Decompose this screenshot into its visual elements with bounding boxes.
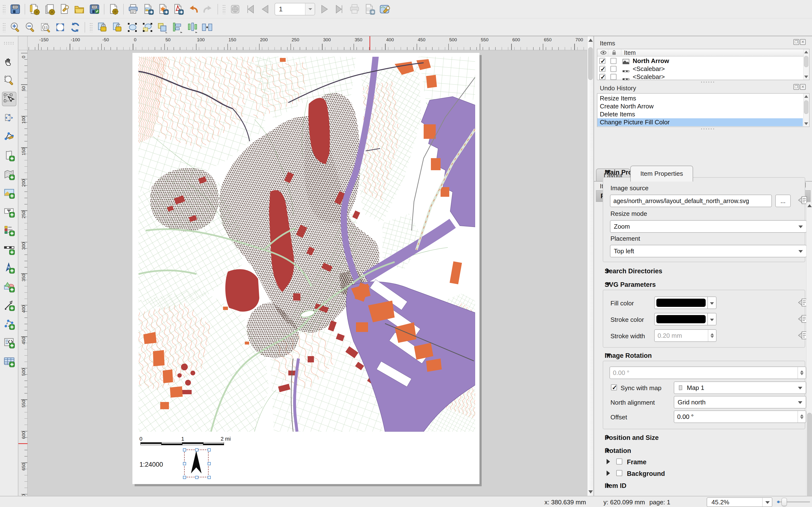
distribute-items-icon[interactable] bbox=[186, 21, 198, 33]
selection-handle[interactable] bbox=[208, 462, 211, 465]
selection-handle[interactable] bbox=[208, 476, 211, 479]
layout-manager-icon[interactable] bbox=[59, 3, 70, 15]
redo-icon[interactable] bbox=[202, 3, 214, 15]
zoom-slider-knob[interactable] bbox=[781, 498, 787, 506]
zoom-combo-arrow[interactable] bbox=[762, 498, 772, 507]
selection-handle[interactable] bbox=[183, 476, 186, 479]
combo-arrow[interactable] bbox=[305, 3, 315, 15]
float-icon[interactable]: ❐ bbox=[794, 39, 799, 45]
items-panel-buttons[interactable]: ❐✕ bbox=[793, 39, 806, 45]
save-as-template-icon[interactable] bbox=[89, 3, 100, 15]
edit-nodes-tool[interactable] bbox=[3, 131, 15, 142]
background-checkbox[interactable] bbox=[616, 470, 622, 476]
rotation-spin[interactable]: 0.00 ° bbox=[609, 367, 806, 379]
add-node-item-tool[interactable] bbox=[3, 319, 15, 330]
atlas-export-icon[interactable] bbox=[364, 3, 375, 15]
section-position-and-size[interactable]: Position and Size bbox=[605, 434, 659, 442]
export-pdf-icon[interactable] bbox=[172, 3, 184, 15]
undo-entry[interactable]: Change Picture Fill Color bbox=[597, 118, 803, 126]
undo-panel-buttons[interactable]: ❐✕ bbox=[793, 84, 806, 90]
add-scalebar-tool[interactable] bbox=[3, 243, 15, 255]
print-layout-icon[interactable] bbox=[128, 3, 139, 15]
lock-checkbox[interactable] bbox=[610, 74, 616, 80]
add-north-arrow-tool[interactable]: N bbox=[3, 262, 15, 274]
undo-entry[interactable]: Create North Arrow bbox=[597, 102, 803, 110]
sync-map-combo[interactable]: Map 1 bbox=[674, 382, 806, 394]
resize-mode-combo[interactable]: Zoom bbox=[610, 220, 807, 233]
unlock-items-icon[interactable] bbox=[111, 21, 123, 33]
float-icon[interactable]: ❐ bbox=[794, 84, 799, 90]
lock-checkbox[interactable] bbox=[610, 58, 616, 64]
visibility-checkbox[interactable] bbox=[599, 58, 605, 64]
frame-checkbox[interactable] bbox=[616, 458, 622, 464]
undo-entry[interactable]: Resize Items bbox=[597, 95, 803, 102]
add-shape-tool[interactable] bbox=[3, 281, 15, 293]
export-svg-icon[interactable] bbox=[157, 3, 169, 15]
section-item-id[interactable]: Item ID bbox=[605, 482, 626, 490]
stroke-width-spin[interactable]: 0.20 mm bbox=[654, 329, 717, 342]
export-image-icon[interactable] bbox=[142, 3, 154, 15]
visibility-checkbox[interactable] bbox=[599, 74, 605, 80]
items-scrollbar[interactable] bbox=[803, 49, 809, 80]
tab-item-properties[interactable]: Item Properties bbox=[630, 166, 693, 181]
browse-button[interactable]: ... bbox=[775, 194, 791, 207]
undo-entry[interactable]: Delete Items bbox=[597, 110, 803, 118]
north-arrow-item[interactable] bbox=[184, 450, 209, 477]
section-rotation[interactable]: Rotation bbox=[605, 447, 631, 455]
zoom-out-icon[interactable] bbox=[24, 21, 36, 33]
image-source-field[interactable]: ages/north_arrows/layout_default_north_a… bbox=[610, 194, 772, 207]
zoom-full-icon[interactable] bbox=[54, 21, 66, 33]
section-background[interactable]: Background bbox=[627, 470, 665, 477]
atlas-preview-icon[interactable] bbox=[230, 3, 241, 15]
resize-items-icon[interactable] bbox=[201, 21, 213, 33]
add-page-tool[interactable] bbox=[3, 150, 15, 162]
section-frame-arrow[interactable] bbox=[607, 459, 613, 464]
scroll-up-arrow[interactable] bbox=[589, 39, 593, 42]
atlas-last-icon[interactable] bbox=[334, 3, 345, 15]
atlas-prev-icon[interactable] bbox=[259, 3, 271, 15]
sync-with-map-checkbox[interactable] bbox=[611, 384, 617, 390]
add-map-tool[interactable] bbox=[3, 169, 15, 180]
section-search-directories[interactable]: Search Directories bbox=[605, 268, 662, 275]
scroll-thumb[interactable] bbox=[588, 47, 593, 80]
select-move-item-tool[interactable] bbox=[2, 92, 16, 106]
canvas-vertical-scrollbar[interactable] bbox=[587, 36, 594, 496]
zoom-in-icon[interactable] bbox=[9, 21, 21, 33]
placement-combo[interactable]: Top left bbox=[610, 245, 807, 258]
section-image-rotation[interactable]: Image Rotation bbox=[605, 352, 652, 359]
stroke-color-button[interactable] bbox=[654, 313, 708, 326]
splitter[interactable] bbox=[700, 81, 715, 83]
select-all-icon[interactable] bbox=[126, 21, 138, 33]
close-icon[interactable]: ✕ bbox=[800, 39, 806, 45]
atlas-print-icon[interactable] bbox=[349, 3, 360, 15]
zoom-tool-tool[interactable] bbox=[3, 74, 15, 86]
visibility-checkbox[interactable] bbox=[599, 66, 605, 72]
lock-checkbox[interactable] bbox=[610, 66, 616, 72]
pan-tool[interactable] bbox=[3, 55, 15, 67]
undo-scrollbar[interactable] bbox=[803, 94, 809, 126]
items-row[interactable]: <Scalebar> bbox=[597, 73, 803, 81]
stroke-color-dropdown[interactable] bbox=[708, 313, 717, 326]
atlas-settings-icon[interactable] bbox=[379, 3, 390, 15]
undo-icon[interactable] bbox=[187, 3, 199, 15]
properties-scrollbar[interactable] bbox=[806, 203, 812, 507]
offset-spin[interactable]: 0.00 ° bbox=[674, 410, 806, 423]
selection-handle[interactable] bbox=[195, 448, 198, 451]
add-table-tool[interactable] bbox=[3, 356, 15, 368]
deselect-all-icon[interactable] bbox=[141, 21, 153, 33]
add-picture-tool[interactable] bbox=[3, 187, 15, 199]
open-folder-icon[interactable] bbox=[74, 3, 85, 15]
section-svg-parameters[interactable]: SVG Parameters bbox=[605, 281, 656, 288]
move-content-tool[interactable] bbox=[3, 112, 15, 124]
splitter[interactable] bbox=[700, 128, 715, 130]
scroll-down-arrow[interactable] bbox=[589, 490, 593, 494]
add-arrow-tool[interactable] bbox=[3, 300, 15, 311]
add-items-from-template-icon[interactable] bbox=[108, 3, 120, 15]
save-project-icon[interactable] bbox=[9, 3, 21, 15]
section-frame[interactable]: Frame bbox=[627, 458, 647, 466]
refresh-icon[interactable] bbox=[69, 21, 81, 33]
lock-items-icon[interactable] bbox=[96, 21, 108, 33]
selection-handle[interactable] bbox=[183, 462, 186, 465]
align-items-icon[interactable] bbox=[171, 21, 183, 33]
selection-handle[interactable] bbox=[208, 448, 211, 451]
